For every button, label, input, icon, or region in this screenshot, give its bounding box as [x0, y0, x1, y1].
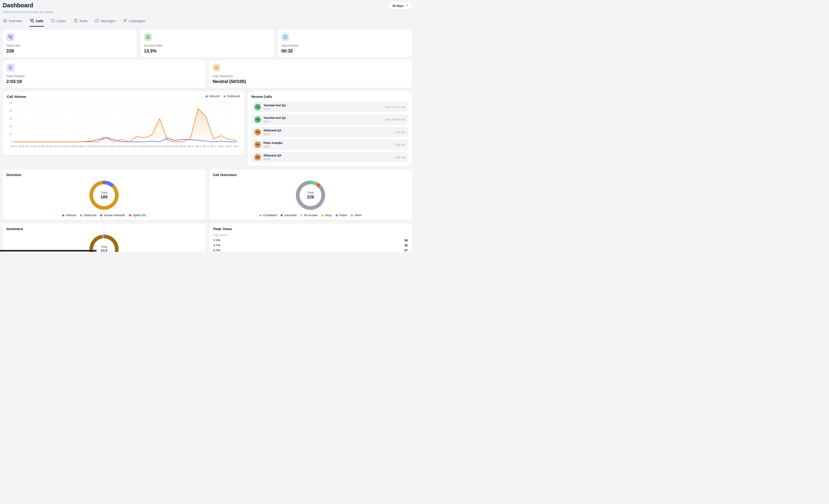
- svg-text:Nov 20: Nov 20: [102, 145, 109, 147]
- recent-calls-card: Recent Calls YQYaroslav test Qa01:18abou…: [248, 91, 412, 166]
- svg-text:30: 30: [9, 117, 12, 120]
- svg-text:0: 0: [10, 141, 12, 143]
- stat-card-avg-sentiment: Avg. Sentiment Neutral (50/100): [209, 60, 412, 88]
- call-duration: 00:00: [263, 158, 282, 160]
- recent-call-row[interactable]: OQOleksand QA00:001 day ago: [251, 127, 408, 137]
- avatar: YQ: [254, 116, 261, 123]
- tab-messages[interactable]: Messages: [95, 17, 116, 27]
- svg-text:Nov 26: Nov 26: [148, 145, 155, 147]
- legend-dot: [129, 214, 131, 216]
- tab-calls[interactable]: Calls: [29, 17, 44, 27]
- message-icon: [95, 19, 99, 23]
- peak-row-value: 35: [404, 244, 408, 247]
- direction-title: Direction: [6, 173, 202, 177]
- tab-label: Calls: [36, 19, 43, 23]
- phone-call-icon: [6, 33, 14, 41]
- peak-row: 8 PM27: [213, 248, 408, 252]
- date-range-selector[interactable]: 30 Days: [389, 2, 412, 9]
- timer-icon: [6, 64, 14, 72]
- middle-row: Call Volume InboundOutbound 01020304050N…: [3, 91, 412, 166]
- dashboard-page: Dashboard Your performance overview at a…: [0, 0, 414, 252]
- tab-cases[interactable]: Cases: [51, 17, 66, 27]
- call-name: Yaroslav test Qa: [263, 116, 286, 119]
- bar-chart-square-icon: [144, 33, 152, 41]
- call-timestamp: 1 day ago: [394, 131, 405, 134]
- call-timestamp: 1 day ago: [394, 156, 405, 158]
- legend-label: Inbound: [209, 95, 219, 98]
- legend-item: Inbound: [206, 95, 219, 98]
- peak-times-card: Peak Times Top Hours5 PM384 PM358 PM27To…: [209, 223, 412, 252]
- legend-item: No Answer: [300, 214, 318, 217]
- call-volume-card: Call Volume InboundOutbound 01020304050N…: [3, 91, 244, 155]
- peak-row: 5 PM38: [213, 238, 408, 243]
- svg-text:Nov 28: Nov 28: [164, 145, 171, 147]
- stats-row-2: Total Duration 2:03:18 Avg. Sentiment Ne…: [3, 60, 412, 88]
- sentiment-donut-chart: Total117: [89, 235, 119, 252]
- call-name: Yaroslav test Qa: [263, 104, 286, 107]
- donut-row-1: Direction Total185 InboundOutboundHuman …: [3, 170, 412, 220]
- call-duration: 00:00: [263, 145, 283, 148]
- donut-total-label: Total: [307, 191, 314, 194]
- svg-text:Nov 23: Nov 23: [125, 145, 132, 147]
- legend-label: No Answer: [304, 214, 318, 217]
- recent-call-row[interactable]: PAPetar Arandjic00:001 day ago: [251, 139, 408, 150]
- svg-text:Dec 5: Dec 5: [218, 145, 224, 147]
- stat-card-avg-duration: Avg Duration 00:32: [278, 30, 412, 57]
- legend-dot: [206, 95, 208, 97]
- call-outcomes-card: Call Outcomes Total226 CompletedVoicemai…: [209, 170, 412, 220]
- meh-face-icon: [213, 64, 221, 72]
- legend-dot: [62, 214, 64, 216]
- svg-text:Nov 9: Nov 9: [19, 145, 25, 147]
- donut-total-label: Total: [101, 245, 107, 248]
- legend-label: Busy: [325, 214, 332, 217]
- stat-value: 13.3%: [144, 48, 271, 53]
- svg-text:Dec 1: Dec 1: [187, 145, 193, 147]
- recent-calls-title: Recent Calls: [251, 95, 408, 99]
- audio-lines-icon: [123, 19, 127, 23]
- sentiment-card: Sentiment Total117 PositiveNeutralNegati…: [3, 223, 205, 252]
- recent-call-row[interactable]: OQOleksand QA00:001 day ago: [251, 152, 408, 163]
- tab-tasks[interactable]: Tasks: [73, 17, 88, 27]
- stat-label: Total Calls: [6, 44, 133, 47]
- tab-bar: Overview Calls Cases Tasks Messages Camp…: [3, 17, 412, 27]
- call-outcomes-title: Call Outcomes: [213, 173, 408, 177]
- svg-text:Dec 7: Dec 7: [233, 145, 239, 147]
- direction-card: Direction Total185 InboundOutboundHuman …: [3, 170, 205, 220]
- svg-text:Nov 24: Nov 24: [133, 145, 140, 147]
- call-timestamp: about 9 hours ago: [385, 118, 405, 121]
- stat-label: Avg. Sentiment: [213, 74, 408, 78]
- legend-item: Completed: [259, 214, 277, 217]
- svg-text:Nov 18: Nov 18: [87, 145, 94, 147]
- legend-label: Opted Out: [133, 214, 146, 217]
- bar-chart-icon: [3, 19, 7, 23]
- page-subtitle: Your performance overview at a glance: [3, 10, 54, 14]
- tab-label: Cases: [57, 19, 66, 23]
- tab-campaigns[interactable]: Campaigns: [123, 17, 146, 27]
- stat-value: 00:32: [281, 48, 408, 53]
- stat-label: Success Rate: [144, 44, 271, 47]
- svg-text:Dec 6: Dec 6: [226, 145, 231, 147]
- direction-donut-chart: Total185: [89, 181, 119, 210]
- folder-icon: [51, 19, 55, 23]
- avatar: YQ: [254, 104, 261, 110]
- call-duration: 00:00: [263, 133, 282, 136]
- legend-dot: [100, 214, 102, 216]
- legend-dot: [300, 214, 302, 216]
- avatar: OQ: [254, 129, 261, 136]
- svg-text:Nov 22: Nov 22: [118, 145, 125, 147]
- recent-call-row[interactable]: YQYaroslav test Qa03:17about 9 hours ago: [251, 114, 408, 125]
- call-name: Petar Arandjic: [263, 141, 283, 145]
- tab-overview[interactable]: Overview: [3, 17, 23, 27]
- svg-text:Nov 14: Nov 14: [56, 145, 63, 147]
- peak-section-label: Top Hours: [213, 233, 408, 237]
- stats-row-1: Total Calls 226 Success Rate 13.3% Avg D…: [3, 30, 412, 57]
- recent-call-row[interactable]: YQYaroslav test Qa01:18about 9 hours ago: [251, 102, 408, 112]
- stat-value: 226: [6, 48, 133, 53]
- legend-dot: [80, 214, 82, 216]
- horizontal-scrollbar-thumb[interactable]: [0, 250, 97, 252]
- svg-text:Dec 4: Dec 4: [211, 145, 216, 147]
- svg-text:Nov 17: Nov 17: [79, 145, 86, 147]
- direction-legend: InboundOutboundHuman HandoffsOpted Out: [6, 214, 202, 217]
- call-duration: 01:18: [263, 108, 286, 110]
- svg-text:Dec 3: Dec 3: [203, 145, 209, 147]
